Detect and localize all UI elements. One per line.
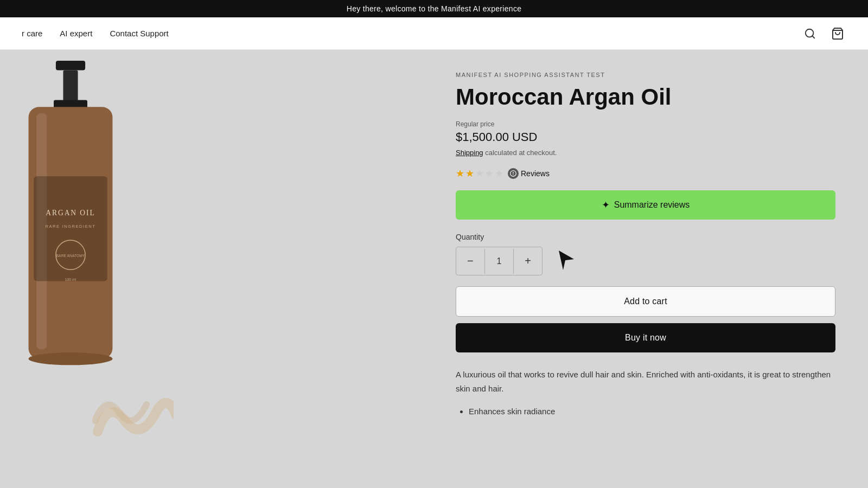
shipping-link[interactable]: Shipping (456, 149, 483, 157)
nav-icons (802, 25, 846, 42)
quantity-value: 1 (484, 249, 514, 274)
quantity-decrease-button[interactable]: − (456, 247, 484, 275)
nav-left: r care AI expert Contact Support (22, 29, 169, 38)
star-5: ★ (495, 168, 503, 179)
svg-text:BARE ANATOMY: BARE ANATOMY (56, 254, 85, 258)
quantity-label: Quantity (456, 233, 835, 241)
reviews-icon-svg (509, 170, 517, 177)
svg-point-14 (29, 352, 113, 365)
product-image-section: ARGAN OIL RARE INGREDIENT BARE ANATOMY 1… (0, 50, 434, 486)
svg-rect-3 (56, 61, 85, 70)
bullet-list: Enhances skin radiance (456, 404, 835, 419)
quantity-row: − 1 + (456, 247, 835, 275)
svg-text:ARGAN OIL: ARGAN OIL (46, 209, 95, 217)
search-icon (804, 28, 816, 40)
product-price: $1,500.00 USD (456, 130, 835, 144)
cart-icon (831, 27, 844, 40)
add-to-cart-button[interactable]: Add to cart (456, 286, 835, 317)
star-2: ★ (465, 168, 474, 179)
announcement-text: Hey there, welcome to the Manifest AI ex… (347, 4, 522, 13)
main-content: ARGAN OIL RARE INGREDIENT BARE ANATOMY 1… (0, 50, 868, 486)
shipping-calculated: calculated at checkout. (485, 149, 557, 157)
reviews-badge[interactable]: Reviews (508, 168, 550, 179)
quantity-increase-button[interactable]: + (514, 247, 542, 275)
quantity-control: − 1 + (456, 247, 542, 275)
bullet-item: Enhances skin radiance (469, 404, 835, 419)
price-section: Regular price $1,500.00 USD (456, 120, 835, 144)
summarize-btn-label: Summarize reviews (614, 200, 690, 210)
reviews-label: Reviews (521, 169, 550, 178)
product-details: MANIFEST AI SHOPPING ASSISTANT TEST Moro… (434, 50, 868, 486)
summarize-reviews-button[interactable]: ✦ Summarize reviews (456, 190, 835, 220)
svg-text:100 ml: 100 ml (65, 278, 76, 281)
shipping-text: Shipping calculated at checkout. (456, 149, 835, 157)
sparkle-icon: ✦ (602, 199, 610, 211)
svg-text:RARE INGREDIENT: RARE INGREDIENT (45, 224, 95, 229)
stars: ★ ★ ★ ★ ★ (456, 168, 503, 179)
nav-item-ai-expert[interactable]: AI expert (60, 29, 92, 38)
star-3: ★ (475, 168, 484, 179)
rating-section: ★ ★ ★ ★ ★ Reviews (456, 168, 835, 179)
decorative-squiggle (92, 388, 174, 442)
svg-marker-15 (559, 251, 574, 270)
svg-line-1 (812, 36, 814, 38)
search-button[interactable] (802, 25, 818, 42)
price-label: Regular price (456, 120, 835, 128)
cart-button[interactable] (829, 25, 846, 42)
star-4: ★ (485, 168, 494, 179)
star-1: ★ (456, 168, 464, 179)
nav-item-care[interactable]: r care (22, 29, 42, 38)
product-title: Moroccan Argan Oil (456, 85, 835, 110)
cursor-arrow-icon (559, 251, 578, 272)
buy-now-button[interactable]: Buy it now (456, 323, 835, 352)
svg-rect-4 (63, 70, 78, 101)
bottle-svg: ARGAN OIL RARE INGREDIENT BARE ANATOMY 1… (11, 61, 130, 386)
brand-label: MANIFEST AI SHOPPING ASSISTANT TEST (456, 72, 835, 78)
header: r care AI expert Contact Support (0, 17, 868, 50)
nav-item-contact-support[interactable]: Contact Support (110, 29, 168, 38)
bottle-container: ARGAN OIL RARE INGREDIENT BARE ANATOMY 1… (11, 61, 130, 386)
product-description: A luxurious oil that works to revive dul… (456, 368, 835, 395)
announcement-bar: Hey there, welcome to the Manifest AI ex… (0, 0, 868, 17)
reviews-icon (508, 168, 519, 179)
product-image-placeholder: ARGAN OIL RARE INGREDIENT BARE ANATOMY 1… (0, 61, 434, 486)
